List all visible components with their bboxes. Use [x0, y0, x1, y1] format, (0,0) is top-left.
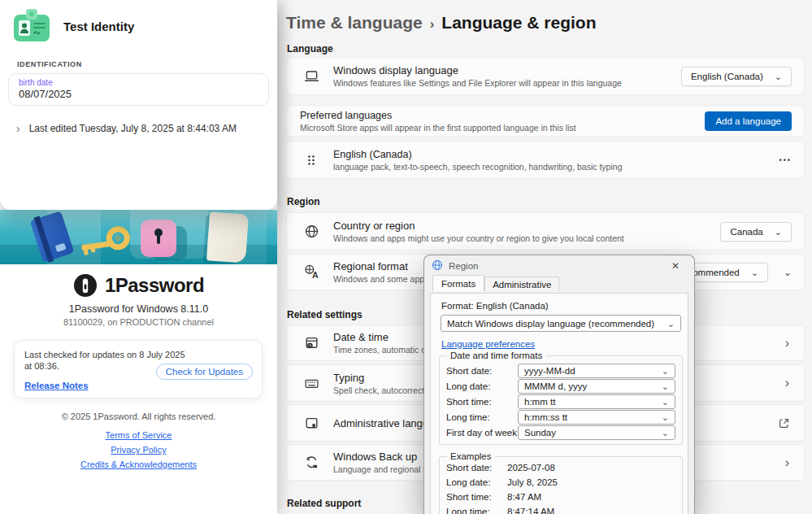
last-edited-text: Last edited Tuesday, July 8, 2025 at 8:4… — [29, 123, 237, 134]
dialog-title: Region — [449, 261, 478, 271]
item-title: Test Identity — [63, 20, 134, 33]
row-subtitle: language pack, text-to-speech, speech re… — [333, 162, 779, 172]
row-subtitle: Microsoft Store apps will appear in the … — [300, 123, 705, 133]
close-icon[interactable]: ✕ — [664, 260, 687, 272]
privacy-policy-link[interactable]: Privacy Policy — [0, 445, 277, 455]
format-combobox[interactable]: Match Windows display language (recommen… — [441, 315, 681, 332]
release-notes-link[interactable]: Release Notes — [24, 381, 89, 390]
row-title: Country or region — [333, 220, 720, 232]
example-label: Long time: — [446, 507, 490, 514]
chevron-down-icon: ⌄ — [667, 321, 675, 326]
birth-date-field[interactable]: birth date 08/07/2025 — [8, 73, 269, 106]
row-title: Preferred languages — [300, 110, 705, 121]
field-label: Short date: — [446, 366, 492, 376]
short-date-combobox[interactable]: yyyy-MM-dd ⌄ — [518, 364, 675, 378]
selected-value: yyyy-MM-dd — [524, 366, 575, 376]
identification-section-label: IDENTIFICATION — [17, 60, 82, 68]
backup-sync-icon — [303, 455, 319, 471]
section-label-related-settings: Related settings — [287, 309, 363, 320]
display-language-select[interactable]: English (Canada) ⌄ — [681, 67, 792, 86]
examples-group: Examples Short date: 2025-07-08 Long dat… — [439, 456, 683, 514]
padlock-illustration — [141, 220, 176, 257]
country-select[interactable]: Canada ⌄ — [720, 222, 792, 242]
selected-value: Match Windows display language (recommen… — [447, 319, 654, 329]
field-label: Long time: — [446, 412, 490, 422]
globe-icon — [303, 224, 319, 240]
chevron-down-icon: ⌄ — [775, 229, 782, 234]
logo-wordmark: 1Password — [105, 274, 204, 297]
build-line: 81100029, on PRODUCTION channel — [0, 317, 277, 327]
row-title: Windows display language — [333, 64, 681, 76]
last-edited-row[interactable]: › Last edited Tuesday, July 8, 2025 at 8… — [16, 122, 237, 135]
drag-handle-icon[interactable] — [303, 152, 319, 168]
chevron-down-icon: ⌄ — [662, 415, 669, 420]
example-value: 8:47:14 AM — [507, 507, 554, 514]
row-preferred-languages: Preferred languages Microsoft Store apps… — [286, 105, 805, 137]
external-link-icon — [775, 415, 792, 431]
page-title: Language & region — [441, 13, 596, 33]
breadcrumb: Time & language › Language & region — [286, 13, 597, 33]
selected-value: h:mm tt — [524, 397, 555, 407]
short-time-combobox[interactable]: h:mm tt ⌄ — [518, 394, 675, 409]
field-label: Short time: — [446, 397, 492, 407]
group-label: Examples — [447, 451, 495, 461]
section-label-language: Language — [287, 43, 333, 54]
selected-value: h:mm:ss tt — [524, 412, 567, 422]
update-card: Last checked for updates on 8 July 2025 … — [14, 340, 263, 399]
long-time-combobox[interactable]: h:mm:ss tt ⌄ — [518, 410, 675, 425]
check-for-updates-button[interactable]: Check for Updates — [156, 364, 253, 380]
row-windows-display-language: Windows display language Windows feature… — [286, 57, 805, 95]
chevron-down-icon: ⌄ — [751, 270, 758, 275]
long-date-combobox[interactable]: MMMM d, yyyy ⌄ — [518, 379, 675, 394]
onepassword-logo: 1Password — [0, 273, 277, 298]
tab-administrative[interactable]: Administrative — [484, 277, 559, 291]
add-language-button[interactable]: Add a language — [705, 111, 792, 131]
row-country-or-region: Country or region Windows and apps might… — [286, 212, 805, 250]
selected-value: Canada — [730, 227, 762, 237]
onepassword-window: 1Password 1Password for Windows 8.11.0 8… — [0, 0, 277, 514]
more-options-icon[interactable]: ••• — [779, 156, 792, 164]
region-dialog-tabs: Formats Administrative — [432, 277, 559, 291]
calendar-clock-icon — [303, 335, 319, 351]
tab-formats[interactable]: Formats — [432, 275, 484, 291]
section-label-region: Region — [287, 196, 320, 207]
chevron-right-icon: › — [785, 455, 789, 470]
row-subtitle: Windows features like Settings and File … — [333, 78, 681, 88]
field-label: birth date — [19, 78, 258, 87]
first-day-of-week-combobox[interactable]: Sunday ⌄ — [518, 425, 675, 440]
laptop-icon — [303, 68, 319, 85]
selected-value: English (Canada) — [691, 72, 763, 81]
breadcrumb-separator-icon: › — [430, 16, 435, 33]
example-value: 8:47 AM — [507, 492, 541, 502]
identity-detail-card: Test Identity IDENTIFICATION birth date … — [0, 0, 277, 210]
section-label-related-support: Related support — [287, 498, 361, 509]
credits-acknowledgements-link[interactable]: Credits & Acknowledgements — [0, 460, 277, 469]
chevron-right-icon: › — [785, 376, 789, 390]
example-value: 2025-07-08 — [507, 463, 555, 473]
example-label: Short date: — [446, 463, 492, 473]
language-preferences-link[interactable]: Language preferences — [441, 339, 535, 349]
regional-format-globe-icon: A — [303, 264, 319, 281]
copyright-text: © 2025 1Password. All rights reserved. — [0, 412, 277, 421]
expander-chevron-down-icon[interactable]: ⌄ — [784, 267, 792, 278]
region-dialog-icon — [432, 259, 443, 272]
example-label: Short time: — [446, 492, 492, 502]
chevron-down-icon: ⌄ — [662, 399, 669, 404]
format-line: Format: English (Canada) — [441, 301, 549, 311]
selected-value: Sunday — [524, 428, 556, 438]
selected-value: MMMM d, yyyy — [524, 381, 587, 391]
terms-of-service-link[interactable]: Terms of Service — [0, 430, 277, 440]
breadcrumb-time-language[interactable]: Time & language — [286, 13, 423, 33]
example-value: July 8, 2025 — [507, 477, 558, 487]
version-line: 1Password for Windows 8.11.0 — [0, 303, 277, 315]
svg-text:A: A — [312, 270, 319, 280]
identity-card-icon — [13, 8, 50, 44]
chevron-down-icon: ⌄ — [662, 384, 669, 389]
screen: Time & language › Language & region Lang… — [0, 0, 812, 514]
region-dialog-titlebar[interactable]: Region ✕ — [424, 255, 694, 277]
onepassword-banner — [0, 210, 277, 264]
chevron-right-icon: › — [16, 122, 20, 135]
window-shield-icon — [303, 415, 319, 431]
example-label: Long date: — [446, 477, 490, 487]
paper-illustration — [206, 211, 249, 263]
